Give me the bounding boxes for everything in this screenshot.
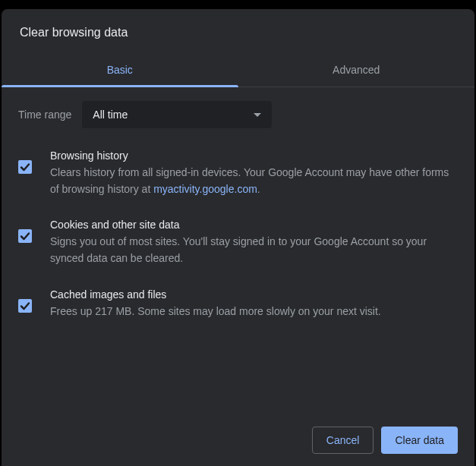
myactivity-link[interactable]: myactivity.google.com bbox=[153, 183, 257, 195]
option-title: Cookies and other site data bbox=[50, 219, 458, 231]
option-title: Browsing history bbox=[50, 150, 458, 162]
cancel-button[interactable]: Cancel bbox=[312, 427, 374, 454]
option-text: Cookies and other site data Signs you ou… bbox=[50, 219, 458, 266]
option-cookies: Cookies and other site data Signs you ou… bbox=[18, 219, 458, 266]
tabs: Basic Advanced bbox=[2, 55, 474, 87]
check-icon bbox=[19, 300, 31, 312]
time-range-value: All time bbox=[93, 109, 128, 121]
option-text: Browsing history Clears history from all… bbox=[50, 150, 458, 197]
clear-browsing-data-dialog: Clear browsing data Basic Advanced Time … bbox=[2, 9, 474, 466]
option-text: Cached images and files Frees up 217 MB.… bbox=[50, 288, 458, 320]
option-description: Signs you out of most sites. You'll stay… bbox=[50, 234, 458, 266]
chevron-down-icon bbox=[254, 113, 261, 117]
option-description: Frees up 217 MB. Some sites may load mor… bbox=[50, 304, 458, 320]
option-title: Cached images and files bbox=[50, 288, 458, 301]
tab-basic[interactable]: Basic bbox=[2, 55, 238, 87]
tab-advanced[interactable]: Advanced bbox=[238, 55, 475, 87]
time-range-label: Time range bbox=[18, 109, 71, 121]
checkbox-browsing-history[interactable] bbox=[18, 160, 32, 174]
dialog-footer: Cancel Clear data bbox=[312, 427, 458, 454]
check-icon bbox=[19, 161, 31, 173]
time-range-select[interactable]: All time bbox=[82, 101, 272, 128]
option-browsing-history: Browsing history Clears history from all… bbox=[18, 150, 458, 197]
dialog-body: Time range All time Browsing history Cle… bbox=[2, 87, 474, 320]
option-description: Clears history from all signed-in device… bbox=[50, 165, 458, 197]
option-cache: Cached images and files Frees up 217 MB.… bbox=[18, 288, 458, 320]
dialog-title: Clear browsing data bbox=[2, 9, 474, 55]
time-range-row: Time range All time bbox=[18, 101, 458, 128]
checkbox-cache[interactable] bbox=[18, 299, 32, 313]
check-icon bbox=[19, 230, 31, 242]
clear-data-button[interactable]: Clear data bbox=[381, 427, 458, 454]
checkbox-cookies[interactable] bbox=[18, 229, 32, 243]
